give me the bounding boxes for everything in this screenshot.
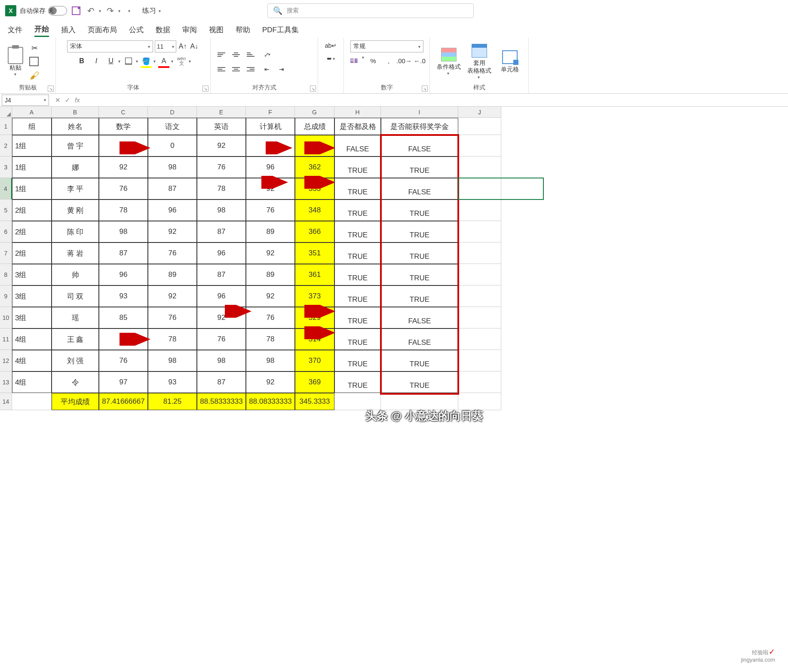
cell[interactable]: 87 xyxy=(197,221,246,242)
conditional-format-button[interactable]: 条件格式▾ xyxy=(434,48,463,76)
cell[interactable] xyxy=(458,199,501,221)
cell[interactable]: 78 xyxy=(148,328,197,350)
row-header-4[interactable]: 4 xyxy=(0,178,12,199)
col-header-E[interactable]: E xyxy=(197,107,246,118)
cell[interactable] xyxy=(458,242,501,264)
cell[interactable] xyxy=(458,371,501,393)
cell[interactable]: 0 xyxy=(148,135,197,156)
cell[interactable]: FALSE xyxy=(334,135,381,156)
cell[interactable]: 97 xyxy=(99,371,148,393)
format-painter-button[interactable]: 🖌 xyxy=(28,70,40,81)
cell[interactable]: 76 xyxy=(148,242,197,264)
row-header-14[interactable]: 14 xyxy=(0,393,12,410)
cell[interactable] xyxy=(458,156,501,178)
cut-button[interactable]: ✂ xyxy=(28,43,40,54)
redo-dropdown[interactable]: ▾ xyxy=(118,9,120,13)
number-launcher[interactable]: ↘ xyxy=(422,86,428,92)
align-bottom-button[interactable] xyxy=(244,49,257,60)
accounting-button[interactable]: 💷 xyxy=(347,55,360,66)
cell[interactable]: TRUE xyxy=(334,178,381,199)
col-header-D[interactable]: D xyxy=(148,107,197,118)
cell[interactable]: 87.41666667 xyxy=(99,393,148,410)
cell[interactable]: TRUE xyxy=(381,242,458,264)
cell-styles-button[interactable]: 单元格 xyxy=(495,50,524,74)
cell[interactable]: 92 xyxy=(197,135,246,156)
fx-icon[interactable]: fx xyxy=(75,96,80,104)
number-format-select[interactable]: 常规▾ xyxy=(350,40,423,52)
align-right-button[interactable] xyxy=(244,64,257,75)
font-name-select[interactable]: 宋体▾ xyxy=(67,40,153,52)
tab-pdf[interactable]: PDF工具集 xyxy=(262,23,299,37)
cell[interactable]: 帅 xyxy=(52,264,99,285)
cell[interactable]: TRUE xyxy=(334,350,381,371)
cell[interactable]: 87 xyxy=(99,242,148,264)
cell[interactable] xyxy=(458,393,501,410)
cell[interactable]: 314 xyxy=(295,328,334,350)
decrease-indent-button[interactable]: ⇤ xyxy=(261,64,273,75)
col-header-H[interactable]: H xyxy=(334,107,381,118)
cell[interactable]: FALSE xyxy=(381,135,458,156)
font-launcher[interactable]: ↘ xyxy=(202,86,208,92)
align-center-button[interactable] xyxy=(230,64,242,75)
col-header-C[interactable]: C xyxy=(99,107,148,118)
increase-font-button[interactable]: A↑ xyxy=(178,43,188,50)
col-header-A[interactable]: A xyxy=(12,107,52,118)
cell[interactable]: TRUE xyxy=(334,242,381,264)
cell[interactable]: 89 xyxy=(148,264,197,285)
cell[interactable] xyxy=(458,178,501,199)
cell[interactable]: 89 xyxy=(246,264,295,285)
cell[interactable]: 李 平 xyxy=(52,178,99,199)
row-header-5[interactable]: 5 xyxy=(0,199,12,221)
cell[interactable]: 89 xyxy=(99,135,148,156)
cell[interactable]: 92 xyxy=(246,371,295,393)
search-input[interactable]: 🔍 搜索 xyxy=(267,3,474,18)
cell[interactable]: TRUE xyxy=(334,371,381,393)
cell[interactable] xyxy=(381,393,458,410)
cell[interactable]: 陈 印 xyxy=(52,221,99,242)
cell[interactable]: 平均成绩 xyxy=(52,393,99,410)
cell[interactable]: 1组 xyxy=(12,156,52,178)
cell[interactable]: TRUE xyxy=(334,156,381,178)
cell[interactable]: 3组 xyxy=(12,264,52,285)
cell[interactable]: 92 xyxy=(99,156,148,178)
row-header-6[interactable]: 6 xyxy=(0,221,12,242)
cell[interactable] xyxy=(458,307,501,328)
cell[interactable]: 93 xyxy=(99,285,148,307)
cell[interactable]: 98 xyxy=(148,350,197,371)
tab-formulas[interactable]: 公式 xyxy=(129,23,144,37)
cell[interactable]: TRUE xyxy=(334,328,381,350)
row-header-3[interactable]: 3 xyxy=(0,156,12,178)
cell[interactable] xyxy=(458,135,501,156)
cell[interactable] xyxy=(458,328,501,350)
col-header-B[interactable]: B xyxy=(52,107,99,118)
filename-dropdown[interactable]: ▾ xyxy=(159,9,161,13)
cell[interactable]: 78 xyxy=(197,178,246,199)
row-header-7[interactable]: 7 xyxy=(0,242,12,264)
cell[interactable]: 76 xyxy=(246,307,295,328)
tab-help[interactable]: 帮助 xyxy=(236,23,250,37)
cell[interactable]: FALSE xyxy=(381,178,458,199)
clipboard-launcher[interactable]: ↘ xyxy=(48,86,54,92)
cell[interactable]: 2组 xyxy=(12,221,52,242)
cell[interactable]: 98 xyxy=(197,199,246,221)
qat-customize[interactable]: ▾ xyxy=(128,9,130,13)
cell[interactable]: 黄 刚 xyxy=(52,199,99,221)
bold-button[interactable]: B xyxy=(75,55,88,67)
row-header-1[interactable]: 1 xyxy=(0,118,12,135)
tab-view[interactable]: 视图 xyxy=(209,23,224,37)
enter-button[interactable]: ✓ xyxy=(65,96,71,104)
autosave-toggle[interactable]: 自动保存 关 xyxy=(20,6,67,15)
header-F[interactable]: 计算机 xyxy=(246,118,295,135)
underline-dropdown[interactable]: ▾ xyxy=(118,59,120,64)
cell[interactable]: 82 xyxy=(99,328,148,350)
cell[interactable]: 76 xyxy=(99,350,148,371)
copy-button[interactable] xyxy=(28,56,40,68)
orientation-button[interactable]: ⤢▾ xyxy=(261,49,273,60)
cell[interactable]: 351 xyxy=(295,242,334,264)
cell[interactable]: 96 xyxy=(197,285,246,307)
header-E[interactable]: 英语 xyxy=(197,118,246,135)
row-header-13[interactable]: 13 xyxy=(0,371,12,393)
increase-indent-button[interactable]: ⇥ xyxy=(275,64,288,75)
cell[interactable]: 87 xyxy=(246,135,295,156)
cell[interactable]: 98 xyxy=(99,221,148,242)
